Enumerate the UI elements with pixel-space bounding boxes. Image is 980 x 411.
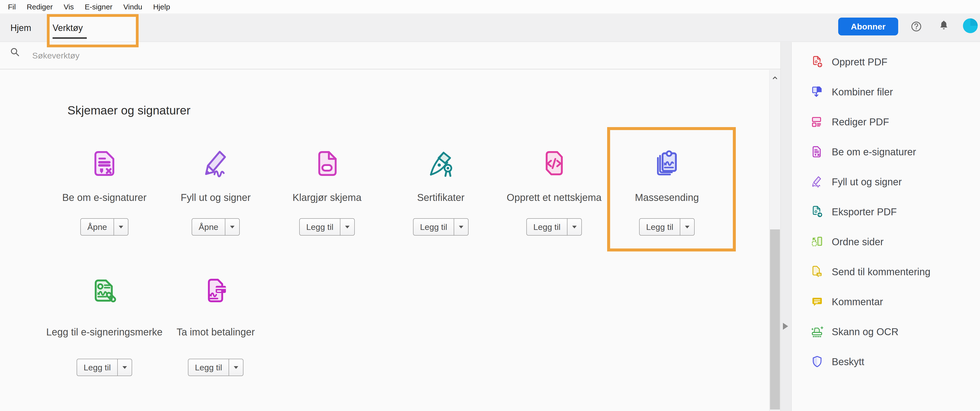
menu-bar: Fil Rediger Vis E-signer Vindu Hjelp [0,0,980,14]
menu-vis[interactable]: Vis [58,3,80,11]
add-split-button[interactable]: Legg til [639,218,695,236]
chevron-down-icon [572,226,577,229]
add-split-button[interactable]: Legg til [299,218,355,236]
chevron-down-icon [685,226,689,229]
open-split-button[interactable]: Åpne [192,218,240,236]
subscribe-label: Abonner [851,22,886,32]
panel-expand-arrow[interactable] [783,323,788,330]
chevron-up-icon [771,74,779,82]
add-button-label[interactable]: Legg til [640,219,680,235]
open-button-label[interactable]: Åpne [81,219,114,235]
tool-card-opprett-et-nettskjema: Opprett et nettskjema Legg til [500,148,609,236]
request-esignatures-icon [50,148,159,179]
add-button-label[interactable]: Legg til [414,219,454,235]
panel-item-eksporter-pdf[interactable]: Eksporter PDF [792,197,980,227]
panel-item-send-til-kommentering[interactable]: Send til kommentering [792,257,980,287]
tab-bar: Hjem Verktøy [0,14,980,42]
panel-item-beskytt[interactable]: Beskytt [792,347,980,377]
fill-and-sign-icon [810,175,824,189]
tool-label: Klargjør skjema [272,192,382,203]
panel-item-kommentar[interactable]: Kommentar [792,287,980,317]
prepare-form-icon [272,148,382,179]
add-split-button[interactable]: Legg til [526,218,582,236]
dropdown-arrow-button[interactable] [680,219,694,235]
dropdown-arrow-button[interactable] [118,359,132,376]
tab-verktoy-label: Verktøy [52,23,83,33]
certificates-icon [386,148,495,179]
bell-icon[interactable] [937,19,951,33]
tool-card-sertifikater: Sertifikater Legg til [386,148,495,236]
panel-rail [780,42,792,411]
chevron-down-icon [345,226,350,229]
tool-card-fyll-ut-og-signer: Fyll ut og signer Åpne [161,148,270,236]
right-tools-panel: Opprett PDF Kombiner filer Rediger PDF [792,42,980,411]
combine-files-icon [810,85,824,99]
panel-item-label: Beskytt [832,356,864,367]
add-button-label[interactable]: Legg til [188,359,229,376]
add-button-label[interactable]: Legg til [300,219,340,235]
panel-item-kombiner-filer[interactable]: Kombiner filer [792,77,980,107]
tool-label: Legg til e-signeringsmerke [42,326,166,338]
dropdown-arrow-button[interactable] [225,219,239,235]
panel-item-opprett-pdf[interactable]: Opprett PDF [792,47,980,77]
add-button-label[interactable]: Legg til [527,219,568,235]
section-title: Skjemaer og signaturer [67,103,190,117]
tool-label: Opprett et nettskjema [500,192,609,203]
panel-item-label: Rediger PDF [832,116,889,128]
protect-icon [810,355,824,369]
help-circle-icon[interactable] [909,19,923,33]
open-button-label[interactable]: Åpne [192,219,225,235]
dropdown-arrow-button[interactable] [454,219,468,235]
tool-card-be-om-e-signaturer: Be om e-signaturer Åpne [50,148,159,236]
add-split-button[interactable]: Legg til [413,218,469,236]
acrobat-tools-window: Fil Rediger Vis E-signer Vindu Hjelp Hje… [0,0,980,411]
tool-card-ta-imot-betalinger: Ta imot betalinger Legg til [154,275,278,376]
add-button-label[interactable]: Legg til [77,359,118,376]
dropdown-arrow-button[interactable] [568,219,581,235]
add-split-button[interactable]: Legg til [76,359,132,376]
create-web-form-icon [500,148,609,179]
open-split-button[interactable]: Åpne [80,218,128,236]
dropdown-arrow-button[interactable] [114,219,128,235]
panel-item-skann-og-ocr[interactable]: Skann og OCR [792,317,980,347]
menu-fil[interactable]: Fil [3,3,21,11]
organize-pages-icon [810,235,824,249]
panel-item-label: Be om e-signaturer [832,146,916,157]
scrollbar-thumb[interactable] [770,229,780,409]
panel-item-label: Fyll ut og signer [832,176,902,187]
chevron-down-icon [230,226,234,229]
menu-rediger[interactable]: Rediger [21,3,58,11]
add-split-button[interactable]: Legg til [188,359,243,376]
panel-item-label: Send til kommentering [832,266,931,278]
search-bar [0,42,780,69]
panel-item-fyll-ut-og-signer[interactable]: Fyll ut og signer [792,167,980,197]
chevron-down-icon [234,366,238,369]
panel-item-label: Kombiner filer [832,86,893,98]
subscribe-button[interactable]: Abonner [838,17,898,35]
export-pdf-icon [810,205,824,219]
comment-icon [810,295,824,309]
panel-item-label: Eksporter PDF [832,206,897,217]
dropdown-arrow-button[interactable] [340,219,354,235]
tab-hjem[interactable]: Hjem [0,14,41,41]
panel-item-rediger-pdf[interactable]: Rediger PDF [792,107,980,137]
menu-vindu[interactable]: Vindu [118,3,148,11]
right-tools-list: Opprett PDF Kombiner filer Rediger PDF [792,47,980,377]
panel-item-ordne-sider[interactable]: Ordne sider [792,227,980,257]
panel-item-be-om-e-signaturer[interactable]: Be om e-signaturer [792,137,980,167]
panel-item-label: Skann og OCR [832,326,899,337]
chevron-down-icon [119,226,123,229]
send-for-comments-icon [810,265,824,279]
panel-item-label: Kommentar [832,296,883,308]
send-in-bulk-icon [612,148,721,179]
request-esignatures-icon [810,145,824,159]
scroll-up-button[interactable] [769,71,780,85]
user-avatar[interactable] [962,17,979,34]
dropdown-arrow-button[interactable] [229,359,243,376]
tab-verktoy[interactable]: Verktøy [47,14,138,41]
menu-hjelp[interactable]: Hjelp [148,3,175,11]
tool-card-klargjor-skjema: Klargjør skjema Legg til [272,148,382,236]
search-input[interactable] [32,48,330,63]
menu-e-signer[interactable]: E-signer [80,3,118,11]
create-pdf-icon [810,55,824,69]
